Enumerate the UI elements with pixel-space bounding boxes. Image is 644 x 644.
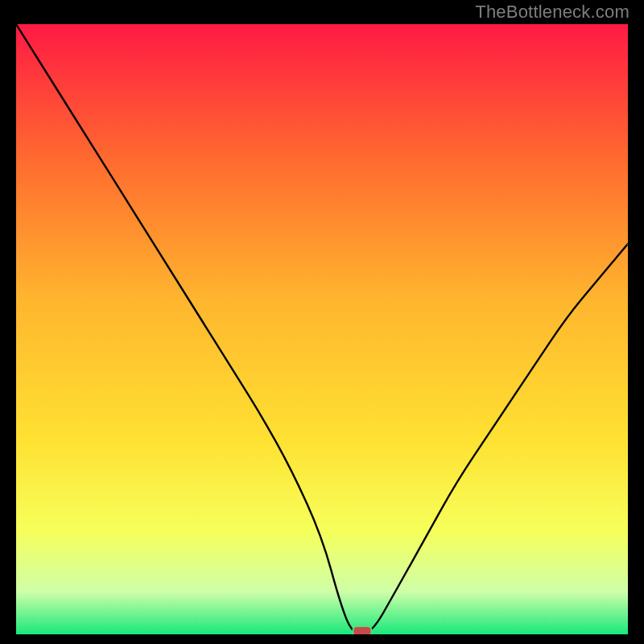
plot-area <box>16 24 628 634</box>
attribution-text: TheBottleneck.com <box>475 2 630 23</box>
optimum-marker <box>353 626 371 634</box>
chart-frame: TheBottleneck.com <box>0 0 644 644</box>
chart-svg <box>16 24 628 634</box>
